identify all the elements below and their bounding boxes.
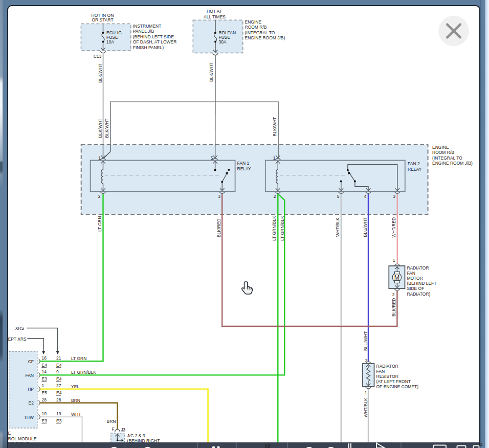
svg-text:THW: THW [24, 415, 34, 420]
svg-text:1: 1 [273, 155, 276, 161]
svg-text:E4: E4 [42, 363, 48, 368]
svg-text:EPT XRS: EPT XRS [8, 337, 27, 342]
svg-text:E4: E4 [56, 390, 62, 395]
svg-text:ALL TIMES: ALL TIMES [204, 14, 226, 19]
svg-text:12: 12 [264, 443, 271, 448]
svg-text:19: 19 [42, 411, 47, 416]
svg-text:10A: 10A [106, 39, 114, 44]
svg-text:ENGINE ROOM J/B): ENGINE ROOM J/B) [245, 35, 285, 40]
svg-text:28: 28 [42, 397, 47, 402]
svg-text:RADIATOR: RADIATOR [376, 364, 398, 369]
svg-text:3: 3 [393, 194, 395, 199]
svg-text:E3: E3 [42, 418, 48, 423]
svg-text:MOTOR: MOTOR [407, 276, 423, 281]
svg-text:OR START: OR START [92, 17, 113, 23]
svg-text:PANEL J/B: PANEL J/B [133, 29, 154, 34]
svg-text:FINISH PANEL): FINISH PANEL) [133, 45, 164, 50]
svg-text:21: 21 [56, 355, 61, 361]
svg-text:E: E [8, 431, 11, 436]
svg-text:E5: E5 [42, 390, 48, 395]
svg-text:ENGINE: ENGINE [432, 145, 449, 150]
svg-text:YEL: YEL [71, 384, 79, 389]
svg-text:1: 1 [393, 258, 395, 263]
svg-text:1: 1 [42, 383, 45, 388]
svg-text:2: 2 [480, 442, 483, 447]
svg-text:BLU/WHT: BLU/WHT [363, 331, 368, 351]
svg-text:19: 19 [56, 411, 61, 416]
svg-text:OF DASH, AT LOWER: OF DASH, AT LOWER [133, 39, 177, 44]
svg-text:LT GRN: LT GRN [97, 216, 102, 232]
svg-text:(BEHIND LEFT: (BEHIND LEFT [407, 281, 436, 286]
svg-text:E4: E4 [56, 363, 62, 368]
svg-text:(INTEGRAL TO: (INTEGRAL TO [245, 30, 275, 35]
svg-text:ROOM R/B: ROOM R/B [432, 150, 454, 155]
svg-text:E3: E3 [56, 418, 62, 423]
svg-text:C13: C13 [94, 54, 102, 59]
svg-text:F: F [112, 427, 114, 432]
svg-text:16: 16 [42, 355, 47, 361]
svg-text:9: 9 [56, 369, 59, 374]
svg-text:27: 27 [56, 383, 61, 388]
svg-text:LT GRN/BLK: LT GRN/BLK [71, 370, 96, 375]
svg-text:BLU/WHT: BLU/WHT [363, 217, 368, 237]
svg-text:LT GRN/BLK: LT GRN/BLK [280, 216, 285, 241]
svg-text:RADIATOR: RADIATOR [407, 265, 429, 271]
svg-text:WHT/BLK: WHT/BLK [335, 217, 340, 237]
svg-text:HP: HP [28, 387, 34, 392]
svg-text:WHT: WHT [71, 412, 81, 417]
svg-text:OF ENGINE COMPT): OF ENGINE COMPT) [376, 384, 419, 389]
svg-text:BLK/WHT: BLK/WHT [209, 62, 214, 82]
svg-text:CF: CF [28, 359, 34, 364]
svg-text:WHT/BLK: WHT/BLK [363, 398, 368, 417]
svg-text:ENGINE: ENGINE [245, 19, 262, 25]
svg-text:RESISTOR: RESISTOR [376, 374, 398, 379]
svg-text:2: 2 [274, 194, 276, 199]
svg-text:2: 2 [392, 292, 395, 297]
svg-text:E4: E4 [56, 376, 62, 382]
svg-text:INSTRUMENT: INSTRUMENT [133, 24, 162, 29]
svg-text:WHT/RED: WHT/RED [391, 217, 396, 238]
svg-text:BLK/WHT: BLK/WHT [272, 117, 277, 137]
svg-text:14: 14 [42, 369, 47, 374]
svg-text:J3: J3 [121, 427, 125, 432]
svg-text:FAN: FAN [407, 271, 415, 276]
svg-text:FAN 2: FAN 2 [408, 161, 420, 166]
svg-text:2: 2 [365, 358, 368, 363]
svg-text:BLK/WHT: BLK/WHT [104, 119, 109, 138]
svg-text:RADIATOR): RADIATOR) [407, 292, 430, 297]
svg-text:J/C 2 & 3: J/C 2 & 3 [127, 433, 145, 438]
svg-text:LT GRN: LT GRN [71, 356, 86, 361]
svg-text:BLK/RED: BLK/RED [391, 298, 396, 317]
svg-text:(BEHIND LEFT SIDE: (BEHIND LEFT SIDE [133, 34, 174, 39]
svg-text:(INTEGRAL TO: (INTEGRAL TO [432, 155, 462, 161]
svg-text:30A: 30A [219, 39, 227, 44]
svg-text:1: 1 [365, 390, 367, 395]
svg-text:3: 3 [218, 194, 220, 199]
svg-text:BLK/WHT: BLK/WHT [98, 119, 103, 138]
svg-text:FAN: FAN [25, 373, 34, 378]
svg-text:E3: E3 [42, 376, 48, 382]
svg-text:BLK/WHT: BLK/WHT [98, 63, 103, 83]
svg-text:BLK/RED: BLK/RED [216, 219, 221, 237]
svg-text:HOT AT: HOT AT [207, 9, 222, 14]
svg-text:XRS: XRS [15, 326, 25, 331]
svg-text:FAN 1: FAN 1 [237, 161, 250, 166]
svg-text:5: 5 [337, 194, 340, 199]
svg-text:1: 1 [98, 155, 101, 161]
svg-text:LT GRN/BLK: LT GRN/BLK [272, 216, 277, 241]
svg-text:E2: E2 [29, 400, 34, 406]
svg-text:SIDE OF: SIDE OF [407, 286, 424, 291]
svg-text:2: 2 [98, 194, 101, 199]
svg-text:RELAY: RELAY [237, 166, 252, 171]
svg-text:5: 5 [211, 155, 213, 161]
svg-text:ENGINE ROOM J/B): ENGINE ROOM J/B) [432, 161, 473, 166]
svg-text:BRN: BRN [71, 398, 80, 403]
svg-text:ROOM R/B: ROOM R/B [245, 25, 267, 30]
svg-text:28: 28 [56, 397, 61, 402]
svg-text:4: 4 [364, 194, 367, 199]
svg-text:M: M [394, 274, 399, 281]
svg-text:BRN: BRN [107, 419, 116, 424]
svg-text:RELAY: RELAY [408, 167, 422, 172]
svg-text:(AT LEFT FRONT: (AT LEFT FRONT [376, 379, 411, 384]
svg-text:FAN: FAN [376, 369, 385, 374]
